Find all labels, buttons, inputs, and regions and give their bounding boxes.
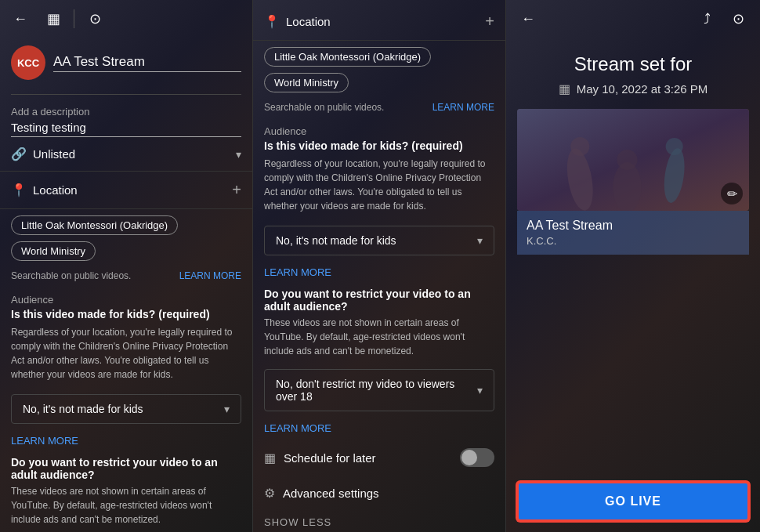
middle-learn-more-1[interactable]: LEARN MORE [432, 102, 494, 113]
location-row[interactable]: 📍 Location + [0, 172, 252, 209]
toolbar-divider [74, 9, 74, 28]
adult-desc: These videos are not shown in certain ar… [11, 484, 241, 527]
middle-location-tag-2[interactable]: World Ministry [264, 73, 349, 92]
thumbnail-bg [517, 109, 749, 211]
stream-thumbnail: ✏ [517, 109, 749, 211]
learn-more-link-2[interactable]: LEARN MORE [0, 430, 252, 451]
gear-icon: ⚙ [264, 486, 275, 501]
middle-kids-select[interactable]: No, it's not made for kids ▾ [264, 226, 494, 255]
audience-subtitle: Is this video made for kids? (required) [11, 308, 241, 320]
location-icon: 📍 [11, 183, 27, 197]
svg-point-4 [666, 138, 683, 155]
camera-icon[interactable]: ⊙ [82, 6, 107, 31]
add-location-button[interactable]: + [232, 181, 241, 199]
advanced-settings-row[interactable]: ⚙ Advanced settings [253, 476, 505, 510]
middle-audience-desc: Regardless of your location, you're lega… [264, 157, 494, 213]
left-panel: ← ▦ ⊙ KCC Add a description 🔗 Unlisted ▾… [0, 0, 253, 532]
adult-section: Do you want to restrict your video to an… [0, 451, 252, 531]
middle-searchable-row: Searchable on public videos. LEARN MORE [253, 99, 505, 119]
stream-info-channel: K.C.C. [527, 235, 740, 247]
visibility-label: Unlisted [33, 147, 230, 161]
date-calendar-icon: ▦ [559, 81, 570, 96]
schedule-icon: ▦ [264, 451, 276, 465]
middle-audience-subtitle: Is this video made for kids? (required) [264, 139, 494, 152]
middle-searchable-text: Searchable on public videos. [264, 102, 384, 113]
middle-adult-select[interactable]: No, don't restrict my video to viewers o… [264, 369, 494, 411]
kids-select-arrow: ▾ [224, 403, 230, 415]
middle-location-tag-1[interactable]: Little Oak Montessori (Oakridge) [264, 47, 431, 67]
kids-select[interactable]: No, it's not made for kids ▾ [11, 394, 241, 424]
right-camera-icon[interactable]: ⊙ [726, 6, 751, 31]
stream-date-row: ▦ May 10, 2022 at 3:26 PM [506, 81, 760, 109]
stream-info-title: AA Test Stream [527, 219, 740, 233]
middle-audience-title: Audience [264, 125, 494, 137]
learn-more-link-1[interactable]: LEARN MORE [179, 270, 241, 281]
middle-kids-select-text: No, it's not made for kids [276, 234, 396, 247]
stream-title-input[interactable] [53, 54, 241, 72]
middle-learn-more-3[interactable]: LEARN MORE [253, 418, 505, 439]
svg-point-6 [617, 150, 637, 170]
location-tag-2[interactable]: World Ministry [11, 241, 96, 261]
adult-title: Do you want to restrict your video to an… [11, 456, 241, 481]
toggle-knob [461, 450, 477, 465]
channel-info: KCC [0, 38, 252, 88]
schedule-toggle[interactable] [460, 448, 494, 467]
middle-add-location-button[interactable]: + [485, 13, 494, 31]
audience-title: Audience [11, 294, 241, 306]
middle-kids-select-arrow: ▾ [477, 234, 483, 247]
stream-date-text: May 10, 2022 at 3:26 PM [577, 82, 708, 96]
middle-adult-select-text: No, don't restrict my video to viewers o… [276, 378, 477, 403]
middle-adult-desc: These videos are not shown in certain ar… [264, 316, 494, 358]
left-top-bar: ← ▦ ⊙ [0, 0, 252, 38]
middle-adult-title: Do you want to restrict your video to an… [264, 288, 494, 313]
middle-location-icon: 📍 [264, 14, 280, 29]
schedule-row: ▦ Schedule for later [253, 439, 505, 476]
searchable-text: Searchable on public videos. [11, 270, 131, 281]
location-tag-1[interactable]: Little Oak Montessori (Oakridge) [11, 215, 178, 235]
location-tags: Little Oak Montessori (Oakridge) World M… [0, 209, 252, 267]
middle-location-row[interactable]: 📍 Location + [253, 3, 505, 41]
calendar-icon[interactable]: ▦ [41, 6, 66, 31]
searchable-row: Searchable on public videos. LEARN MORE [0, 267, 252, 288]
advanced-settings-label: Advanced settings [283, 487, 379, 500]
thumbnail-edit-button[interactable]: ✏ [721, 183, 743, 204]
kids-select-text: No, it's not made for kids [23, 403, 143, 415]
location-label: Location [33, 183, 226, 197]
middle-location-tags: Little Oak Montessori (Oakridge) World M… [253, 41, 505, 99]
right-top-bar: ← ⤴ ⊙ [506, 0, 760, 38]
svg-point-3 [570, 137, 589, 156]
visibility-dropdown[interactable]: 🔗 Unlisted ▾ [0, 137, 252, 172]
middle-adult-select-arrow: ▾ [477, 384, 483, 396]
right-icons: ⤴ ⊙ [694, 6, 751, 31]
middle-audience-section: Audience Is this video made for kids? (r… [253, 119, 505, 219]
middle-learn-more-2[interactable]: LEARN MORE [253, 262, 505, 283]
middle-adult-section: Do you want to restrict your video to an… [253, 283, 505, 363]
section-divider [11, 94, 241, 95]
middle-location-label: Location [286, 15, 479, 28]
share-icon[interactable]: ⤴ [694, 6, 719, 31]
stream-info-box: AA Test Stream K.C.C. [517, 211, 749, 255]
go-live-button[interactable]: GO LIVE [517, 482, 749, 521]
link-icon: 🔗 [11, 147, 27, 161]
avatar: KCC [11, 45, 45, 80]
back-button[interactable]: ← [8, 6, 33, 31]
show-less-button[interactable]: SHOW LESS [253, 510, 505, 532]
audience-section: Audience Is this video made for kids? (r… [0, 288, 252, 388]
audience-desc: Regardless of your location, you're lega… [11, 325, 241, 382]
middle-panel: 📍 Location + Little Oak Montessori (Oakr… [253, 0, 506, 532]
schedule-label: Schedule for later [284, 451, 452, 465]
chevron-down-icon: ▾ [236, 148, 241, 161]
right-panel: ← ⤴ ⊙ Stream set for ▦ May 10, 2022 at 3… [506, 0, 760, 532]
right-back-button[interactable]: ← [516, 6, 541, 31]
description-label: Add a description [0, 101, 252, 121]
stream-set-title: Stream set for [506, 38, 760, 81]
description-input[interactable] [11, 121, 241, 137]
